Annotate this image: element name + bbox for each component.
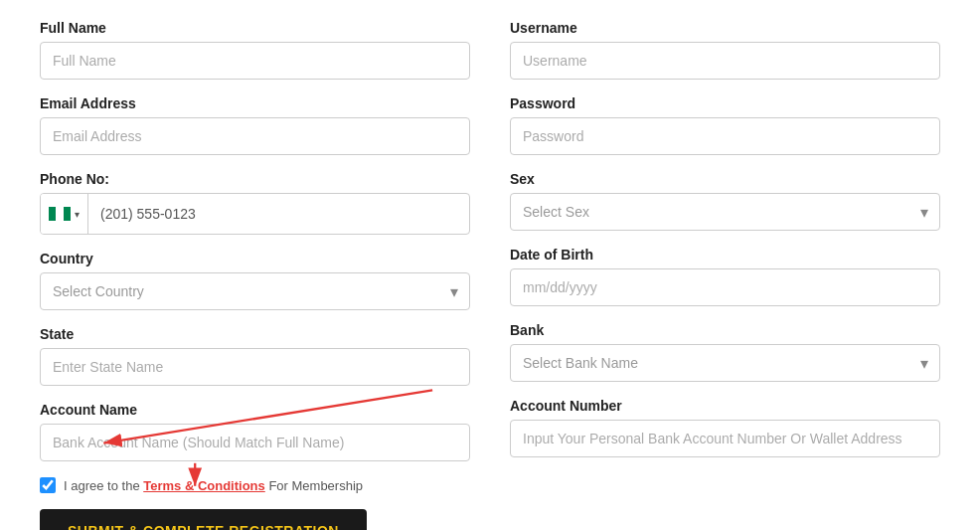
terms-checkbox[interactable]	[40, 477, 56, 493]
terms-checkbox-row: I agree to the Terms & Conditions For Me…	[40, 477, 470, 493]
sex-select[interactable]: Select Sex Male Female	[510, 193, 940, 231]
country-label: Country	[40, 251, 470, 266]
sex-label: Sex	[510, 171, 940, 187]
terms-label: I agree to the Terms & Conditions For Me…	[64, 478, 363, 493]
state-group: State	[40, 326, 470, 386]
bank-select-wrapper: Select Bank Name	[510, 344, 940, 382]
dob-group: Date of Birth	[510, 247, 940, 306]
country-select[interactable]: Select Country	[40, 272, 470, 310]
full-name-group: Full Name	[40, 20, 470, 80]
account-name-group: Account Name	[40, 402, 470, 461]
phone-wrapper: ▾	[40, 193, 470, 235]
password-group: Password	[510, 95, 940, 155]
password-input[interactable]	[510, 117, 940, 155]
password-label: Password	[510, 95, 940, 111]
username-input[interactable]	[510, 42, 940, 80]
full-name-input[interactable]	[40, 42, 470, 80]
account-number-input[interactable]	[510, 420, 940, 457]
account-number-label: Account Number	[510, 398, 940, 414]
country-group: Country Select Country	[40, 251, 470, 310]
full-name-label: Full Name	[40, 20, 470, 36]
account-name-input[interactable]	[40, 424, 470, 461]
phone-flag[interactable]: ▾	[41, 194, 88, 234]
nigeria-flag-icon	[49, 207, 71, 221]
sex-select-wrapper: Select Sex Male Female	[510, 193, 940, 231]
email-group: Email Address	[40, 95, 470, 155]
terms-link[interactable]: Terms & Conditions	[143, 478, 265, 493]
phone-input[interactable]	[88, 196, 469, 232]
svg-rect-0	[49, 207, 56, 221]
bank-group: Bank Select Bank Name	[510, 322, 940, 382]
svg-rect-1	[56, 207, 64, 221]
email-input[interactable]	[40, 117, 470, 155]
account-name-label: Account Name	[40, 402, 470, 418]
bank-label: Bank	[510, 322, 940, 338]
username-label: Username	[510, 20, 940, 36]
svg-rect-2	[64, 207, 71, 221]
phone-label: Phone No:	[40, 171, 470, 187]
account-number-group: Account Number	[510, 398, 940, 457]
state-input[interactable]	[40, 348, 470, 386]
dob-input[interactable]	[510, 268, 940, 306]
country-select-wrapper: Select Country	[40, 272, 470, 310]
state-label: State	[40, 326, 470, 342]
sex-group: Sex Select Sex Male Female	[510, 171, 940, 231]
username-group: Username	[510, 20, 940, 80]
dob-label: Date of Birth	[510, 247, 940, 263]
bank-select[interactable]: Select Bank Name	[510, 344, 940, 382]
email-label: Email Address	[40, 95, 470, 111]
submit-button[interactable]: SUBMIT & COMPLETE REGISTRATION	[40, 509, 367, 530]
phone-group: Phone No: ▾	[40, 171, 470, 235]
flag-dropdown-arrow: ▾	[75, 209, 80, 220]
